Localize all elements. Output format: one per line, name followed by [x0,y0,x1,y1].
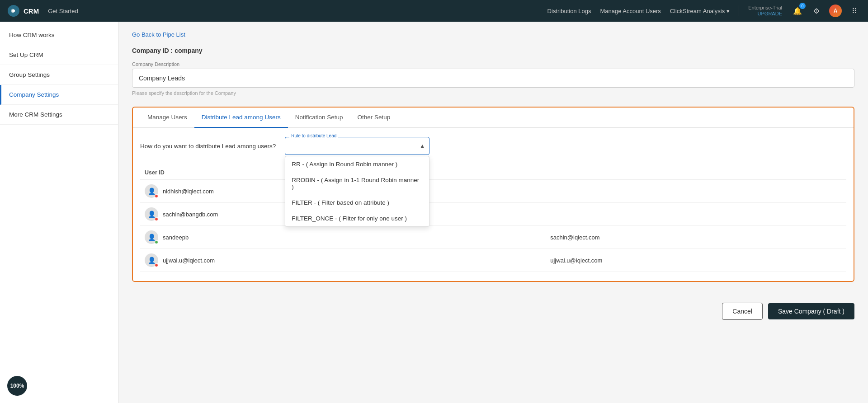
email-cell: sachin@iqlect.com [546,226,846,249]
gear-icon: ⚙ [813,7,820,15]
sidebar-item-group-settings[interactable]: Group Settings [0,65,118,85]
email-cell [546,180,846,203]
nav-divider [739,5,739,16]
dropdown-option-filter[interactable]: FILTER - ( Filter based on attribute ) [285,195,429,211]
status-dot-offline [155,194,158,198]
company-id-value: company [175,47,202,54]
svg-point-1 [12,9,15,12]
manage-account-users-link[interactable]: Manage Account Users [600,8,660,14]
trial-label: Enterprise-Trial [748,5,782,11]
grid-icon: ⠿ [852,7,857,15]
sidebar-item-how-crm-works[interactable]: How CRM works [0,25,118,45]
tabbed-section: Manage Users Distribute Lead among Users… [132,107,854,282]
brand-name: CRM [24,7,39,15]
avatar: 👤 [145,207,158,221]
dropdown-option-filter-once[interactable]: FILTER_ONCE - ( Filter for only one user… [285,211,429,226]
company-description-value: Company Leads [139,75,185,82]
company-description-label: Company Description [132,61,854,67]
user-avatar-cell: 👤 sandeepb [145,230,541,244]
company-description-box: Company Leads [132,69,854,88]
rule-dropdown-wrapper: Rule to distribute Lead ▲ RR - ( Assign … [285,137,429,155]
trial-info: Enterprise-Trial UPGRADE [748,5,782,17]
sidebar-item-more-crm-settings[interactable]: More CRM Settings [0,105,118,125]
avatar: 👤 [145,230,158,244]
nav-icon-group: 🔔 0 ⚙ A ⠿ [791,5,861,17]
settings-gear-button[interactable]: ⚙ [810,5,823,17]
avatar: 👤 [145,253,158,267]
notification-badge: 0 [799,3,806,9]
sidebar-item-set-up-crm[interactable]: Set Up CRM [0,45,118,65]
company-id-row: Company ID : company [132,47,854,54]
company-description-hint: Please specify the description for the C… [132,90,854,96]
avatar-person-icon: 👤 [148,257,156,264]
avatar-person-icon: 👤 [148,187,156,195]
col-header-email [546,166,846,180]
tab-content-distribute: How do you want to distribute Lead among… [133,128,854,281]
dropdown-floating-label: Rule to distribute Lead [289,133,338,138]
zoom-indicator: 100% [7,376,27,396]
status-dot-offline [155,217,158,221]
dropdown-option-rr[interactable]: RR - ( Assign in Round Robin manner ) [285,156,429,172]
upgrade-link[interactable]: UPGRADE [748,11,782,17]
dropdown-option-rrobin[interactable]: RROBIN - ( Assign in 1-1 Round Robin man… [285,172,429,195]
status-dot-offline [155,263,158,267]
clickstream-chevron-icon: ▾ [726,8,730,14]
save-company-draft-button[interactable]: Save Company ( Draft ) [768,303,854,319]
avatar: 👤 [145,184,158,198]
distribution-logs-link[interactable]: Distribution Logs [547,8,591,14]
back-to-pipe-list-link[interactable]: Go Back to Pipe List [132,31,185,38]
get-started-link[interactable]: Get Started [48,8,78,14]
tab-manage-users[interactable]: Manage Users [140,108,194,128]
cancel-button[interactable]: Cancel [722,303,763,320]
tab-other-setup[interactable]: Other Setup [350,108,397,128]
top-navigation: CRM Get Started Distribution Logs Manage… [0,0,868,22]
brand-logo[interactable]: CRM [7,5,39,17]
crm-logo-icon [7,5,20,17]
rule-dropdown-field[interactable] [285,137,429,155]
tab-distribute-lead[interactable]: Distribute Lead among Users [194,108,288,128]
main-content: Go Back to Pipe List Company ID : compan… [118,22,868,403]
table-row: 👤 nidhish@iqlect.com [140,180,846,203]
avatar-icon: A [834,8,838,14]
sidebar-item-company-settings[interactable]: Company Settings [0,85,118,105]
table-row: 👤 ujjwal.u@iqlect.com ujjwal.u@iqlect.co… [140,249,846,272]
avatar-person-icon: 👤 [148,211,156,218]
clickstream-analysis-link[interactable]: ClickStream Analysis ▾ [670,8,730,14]
user-avatar[interactable]: A [829,5,842,17]
user-id-cell: 👤 sandeepb [140,226,546,249]
topnav-right-section: Distribution Logs Manage Account Users C… [547,5,861,17]
distribute-question-row: How do you want to distribute Lead among… [140,137,846,155]
email-cell: ujjwal.u@iqlect.com [546,249,846,272]
distribute-question-label: How do you want to distribute Lead among… [140,143,276,150]
status-dot-online [155,240,158,244]
page-footer: Cancel Save Company ( Draft ) [132,295,854,323]
table-row: 👤 sachin@bangdb.com [140,203,846,226]
avatar-person-icon: 👤 [148,234,156,241]
users-table: User ID 👤 [140,166,846,272]
dropdown-options-list: RR - ( Assign in Round Robin manner ) RR… [285,156,429,227]
tab-bar: Manage Users Distribute Lead among Users… [133,108,854,128]
tab-notification-setup[interactable]: Notification Setup [288,108,350,128]
sidebar: How CRM works Set Up CRM Group Settings … [0,22,118,403]
user-id-cell: 👤 ujjwal.u@iqlect.com [140,249,546,272]
notification-bell-button[interactable]: 🔔 0 [791,5,804,17]
email-cell [546,203,846,226]
user-avatar-cell: 👤 ujjwal.u@iqlect.com [145,253,541,267]
grid-menu-button[interactable]: ⠿ [848,5,861,17]
page-layout: How CRM works Set Up CRM Group Settings … [0,22,868,403]
table-row: 👤 sandeepb sachin@iqlect.com [140,226,846,249]
